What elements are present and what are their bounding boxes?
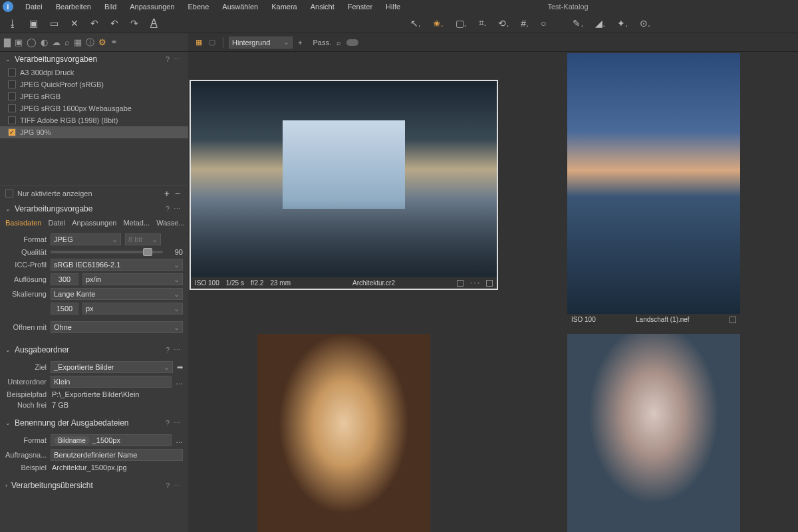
more-icon[interactable]: ⋯ (174, 481, 181, 490)
dest-select[interactable]: _Exportierte Bilder (51, 361, 173, 373)
token-icon[interactable]: … (176, 436, 183, 444)
preset-item[interactable]: JPEG sRGB (0, 90, 188, 102)
folder-icon[interactable]: ▭ (47, 17, 61, 30)
grid-icon[interactable]: #. (518, 17, 531, 30)
thumbnail-card[interactable] (257, 334, 430, 532)
panel-header-output[interactable]: ⌄ Ausgabeordner ? ⋯ (0, 342, 188, 357)
redo-icon[interactable]: ↷ (128, 17, 141, 30)
jobname-input[interactable] (51, 449, 183, 461)
thumbnail-image[interactable] (257, 334, 430, 532)
subtab-datei[interactable]: Datei (48, 219, 65, 227)
erase-icon[interactable]: ◢. (593, 17, 608, 30)
text-icon[interactable]: A (148, 16, 160, 31)
token-icon[interactable]: … (176, 378, 183, 386)
cursor-icon[interactable]: ↖. (408, 17, 424, 30)
size-input[interactable] (51, 303, 78, 315)
bitdepth-select[interactable]: 8 bit (125, 233, 161, 245)
thumbnail-card[interactable]: ISO 100 1/25 s f/2.2 23 mm Architektur.c… (191, 81, 497, 289)
scale-select[interactable]: Lange Kante (51, 288, 183, 300)
tab-lens-icon[interactable]: ◯ (27, 37, 37, 47)
checkbox-icon[interactable] (5, 190, 13, 198)
format-select[interactable]: JPEG (51, 233, 121, 245)
menu-kamera[interactable]: Kamera (265, 3, 304, 11)
tab-loupe-icon[interactable]: ⌕ (65, 37, 70, 47)
tab-exposure-icon[interactable]: ◐ (41, 37, 48, 47)
menu-bild[interactable]: Bild (98, 3, 123, 11)
preset-item[interactable]: JPG 90% (0, 126, 188, 138)
checkbox-icon[interactable] (8, 116, 16, 124)
checkbox-icon[interactable] (8, 128, 16, 136)
background-select[interactable]: Hintergrund (229, 37, 293, 49)
crop-icon[interactable]: ⌗. (476, 16, 489, 30)
add-icon[interactable]: + (162, 188, 172, 199)
tab-capture-icon[interactable]: ▣ (15, 37, 23, 47)
clone-icon[interactable]: ⊙. (637, 17, 653, 30)
subtab-basisdaten[interactable]: Basisdaten (5, 219, 41, 227)
page-icon[interactable]: ▢. (453, 17, 469, 30)
undo-icon[interactable]: ↶ (88, 17, 101, 30)
resolution-unit-select[interactable]: px/in (82, 273, 183, 285)
menu-hilfe[interactable]: Hilfe (379, 3, 407, 11)
marker-icon[interactable] (457, 280, 464, 287)
subtab-metadaten[interactable]: Metad... (123, 219, 150, 227)
rotate-icon[interactable]: ⟲. (495, 17, 511, 30)
thumbnail-grid[interactable]: ISO 100 1/25 s f/2.2 23 mm Architektur.c… (188, 52, 798, 532)
hand-icon[interactable]: ✬. (430, 17, 446, 30)
menu-auswaehlen[interactable]: Auswählen (215, 3, 265, 11)
tab-library-icon[interactable]: ▇ (4, 37, 11, 47)
panel-header-naming[interactable]: ⌄ Benennung der Ausgabedateien ? ⋯ (0, 416, 188, 430)
add-variant-icon[interactable]: + (298, 39, 302, 47)
menu-ansicht[interactable]: Ansicht (304, 3, 341, 11)
menu-anpassungen[interactable]: Anpassungen (123, 3, 181, 11)
size-unit-select[interactable]: px (82, 303, 183, 315)
menu-ebene[interactable]: Ebene (182, 3, 216, 11)
help-icon[interactable]: ? (166, 481, 170, 489)
remove-icon[interactable]: − (172, 188, 183, 199)
subtab-wasserzeichen[interactable]: Wasse... (156, 219, 184, 227)
more-icon[interactable]: ⋯ (174, 205, 181, 213)
cancel-icon[interactable]: ✕ (68, 17, 81, 30)
thumbnail-card[interactable]: ISO 100 Landschaft (1).nef (567, 53, 740, 325)
naming-format-field[interactable]: Bildname _1500px (51, 434, 172, 446)
checkbox-icon[interactable] (8, 80, 16, 88)
token-imagename[interactable]: Bildname (54, 436, 90, 445)
checkbox-icon[interactable] (8, 104, 16, 112)
thumbnail-image[interactable] (567, 334, 740, 532)
preset-item[interactable]: TIFF Adobe RGB (1998) (8bit) (0, 114, 188, 126)
checkbox-icon[interactable] (8, 92, 16, 100)
brush-icon[interactable]: ✎. (570, 17, 586, 30)
redo-alt-icon[interactable]: ↶ (108, 17, 121, 30)
icc-select[interactable]: sRGB IEC61966-2.1 (51, 259, 183, 271)
subtab-anpassungen[interactable]: Anpassungen (72, 219, 116, 227)
menu-bearbeiten[interactable]: Bearbeiten (49, 3, 98, 11)
menu-fenster[interactable]: Fenster (341, 3, 379, 11)
capture-icon[interactable]: ▣ (27, 17, 41, 30)
preset-item[interactable]: A3 300dpi Druck (0, 66, 188, 78)
menu-datei[interactable]: Datei (19, 3, 49, 11)
resolution-input[interactable] (51, 273, 78, 285)
subfolder-input[interactable] (51, 376, 172, 388)
quality-slider[interactable] (51, 251, 163, 253)
grid-view-icon[interactable]: ▦ (194, 37, 204, 48)
import-icon[interactable]: ⭳ (5, 17, 20, 30)
tab-details-icon[interactable]: ▦ (74, 37, 82, 47)
panel-header-recipe[interactable]: ⌄ Verarbeitungsvorgabe ? ⋯ (0, 201, 188, 216)
toggle-icon[interactable] (346, 39, 358, 46)
search-icon[interactable]: ⌕ (336, 39, 341, 47)
marker-icon[interactable] (730, 317, 736, 323)
tab-color-icon[interactable]: ☁ (52, 37, 61, 47)
single-view-icon[interactable]: ▢ (207, 37, 217, 48)
checkbox-icon[interactable] (8, 68, 16, 76)
help-icon[interactable]: ? (166, 346, 170, 354)
help-icon[interactable]: ? (166, 419, 170, 427)
preset-item[interactable]: JPEG QuickProof (sRGB) (0, 78, 188, 90)
more-icon[interactable]: ⋯ (174, 55, 181, 64)
tab-output-icon[interactable]: ⚙ (98, 37, 106, 47)
tab-batch-icon[interactable]: ⚭ (110, 37, 118, 47)
goto-icon[interactable]: ➡ (177, 363, 183, 372)
marker-icon[interactable] (486, 280, 493, 287)
more-icon[interactable]: ⋯ (174, 419, 181, 428)
tab-info-icon[interactable]: ⓘ (86, 37, 94, 49)
help-icon[interactable]: ? (166, 55, 170, 63)
open-with-select[interactable]: Ohne (51, 321, 183, 333)
